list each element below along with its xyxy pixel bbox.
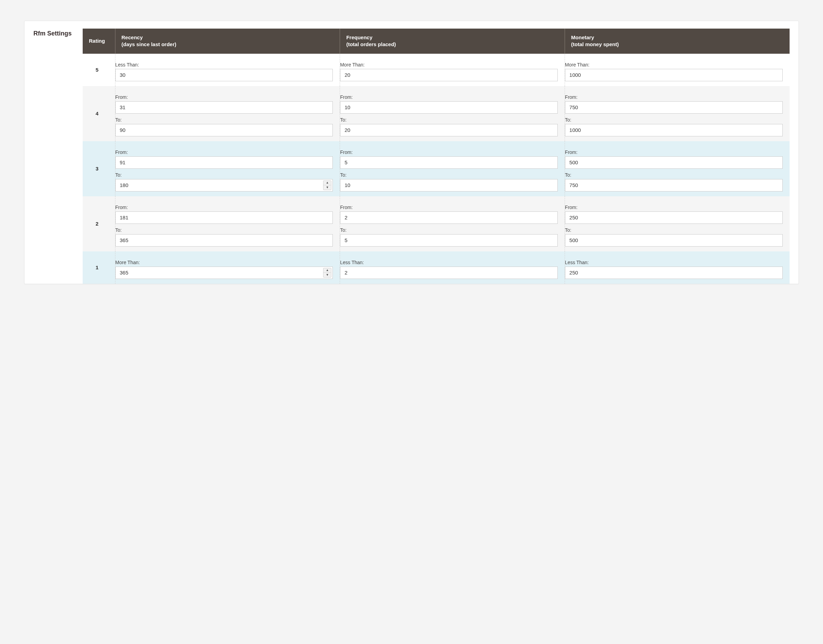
spinner-up-button[interactable]: ▲ [324,268,331,273]
header-frequency: Frequency (total orders placed) [340,29,565,54]
rating-value: 2 [96,221,98,227]
monetary-to-input[interactable] [565,179,783,192]
rfm-tbody: 5Less Than:More Than:More Than:4From:To:… [83,54,789,284]
field-block: More Than: [565,58,786,81]
header-monetary-title: Monetary [571,34,594,40]
field-label: To: [115,117,333,123]
monetary-cell: From:To: [565,196,789,251]
spinner-down-button[interactable]: ▼ [324,185,331,190]
rating-cell: 3 [83,141,115,196]
field-label: Less Than: [340,260,558,265]
frequency-more-than-input[interactable] [340,69,558,81]
field-block: From: [340,91,561,113]
field-block: Less Than: [340,256,561,279]
field-label: From: [115,149,333,155]
frequency-cell: From:To: [340,86,565,141]
field-block: To: [565,224,786,247]
header-recency: Recency (days since last order) [115,29,340,54]
field-label: To: [565,117,783,123]
field-block: To: [115,224,336,247]
field-block: To: [565,169,786,192]
number-spinner[interactable]: ▲▼ [323,181,332,190]
field-label: To: [565,172,783,178]
field-block: To: [340,169,561,192]
field-label: From: [340,205,558,210]
recency-to-input[interactable] [115,124,333,136]
recency-to-input[interactable] [115,234,333,247]
field-label: To: [565,227,783,233]
header-recency-sub: (days since last order) [121,41,177,47]
field-block: From: [340,201,561,224]
field-label: To: [115,227,333,233]
header-frequency-sub: (total orders placed) [346,41,396,47]
field-label: Less Than: [565,260,783,265]
monetary-cell: From:To: [565,141,789,196]
table-row: 1More Than:▲▼Less Than:Less Than: [83,251,789,284]
field-label: More Than: [565,62,783,67]
frequency-to-input[interactable] [340,179,558,192]
rating-cell: 1 [83,251,115,284]
header-recency-title: Recency [121,34,143,40]
frequency-cell: From:To: [340,141,565,196]
field-block: From: [115,91,336,113]
header-monetary: Monetary (total money spent) [565,29,789,54]
field-block: To: [565,113,786,136]
field-label: More Than: [115,260,333,265]
field-block: More Than: [340,58,561,81]
monetary-less-than-input[interactable] [565,267,783,279]
monetary-cell: More Than: [565,54,789,86]
recency-cell: More Than:▲▼ [115,251,340,284]
table-row: 3From:To:▲▼From:To:From:To: [83,141,789,196]
frequency-from-input[interactable] [340,156,558,169]
field-block: From: [565,201,786,224]
monetary-cell: From:To: [565,86,789,141]
field-block: To: [340,113,561,136]
frequency-from-input[interactable] [340,101,558,113]
field-block: From: [115,201,336,224]
header-frequency-title: Frequency [346,34,372,40]
field-label: From: [565,149,783,155]
field-label: To: [340,227,558,233]
field-label: From: [340,94,558,100]
recency-from-input[interactable] [115,101,333,113]
field-block: From: [115,146,336,169]
recency-to-input[interactable] [115,179,333,192]
monetary-from-input[interactable] [565,156,783,169]
table-row: 4From:To:From:To:From:To: [83,86,789,141]
monetary-to-input[interactable] [565,234,783,247]
monetary-from-input[interactable] [565,101,783,113]
frequency-cell: More Than: [340,54,565,86]
table-row: 2From:To:From:To:From:To: [83,196,789,251]
monetary-more-than-input[interactable] [565,69,783,81]
recency-less-than-input[interactable] [115,69,333,81]
field-block: To: [115,113,336,136]
monetary-from-input[interactable] [565,212,783,224]
panel-title: Rfm Settings [34,29,72,37]
field-block: More Than:▲▼ [115,256,336,279]
frequency-to-input[interactable] [340,124,558,136]
frequency-cell: Less Than: [340,251,565,284]
recency-cell: From:To: [115,196,340,251]
recency-cell: Less Than: [115,54,340,86]
monetary-to-input[interactable] [565,124,783,136]
recency-more-than-input[interactable] [115,267,333,279]
field-label: Less Than: [115,62,333,67]
field-block: Less Than: [115,58,336,81]
recency-from-input[interactable] [115,156,333,169]
field-block: From: [340,146,561,169]
header-rating-label: Rating [89,38,105,44]
frequency-less-than-input[interactable] [340,267,558,279]
frequency-from-input[interactable] [340,212,558,224]
recency-from-input[interactable] [115,212,333,224]
field-block: To: [340,224,561,247]
rfm-settings-panel: Rfm Settings Rating Recency (days since … [24,21,799,284]
field-label: From: [565,205,783,210]
recency-cell: From:To: [115,86,340,141]
frequency-to-input[interactable] [340,234,558,247]
field-block: To:▲▼ [115,169,336,192]
rating-cell: 5 [83,54,115,86]
number-spinner[interactable]: ▲▼ [323,268,332,278]
spinner-down-button[interactable]: ▼ [324,273,331,277]
rating-cell: 2 [83,196,115,251]
spinner-up-button[interactable]: ▲ [324,181,331,186]
